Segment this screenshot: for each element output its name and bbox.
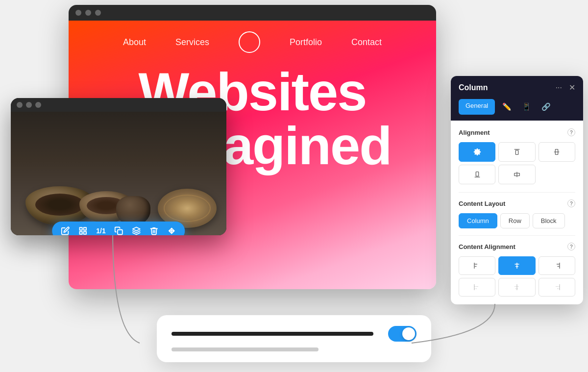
content-align-bc[interactable] bbox=[498, 278, 535, 297]
panel-header: Column ··· ✕ bbox=[451, 76, 583, 99]
toggle-panel bbox=[157, 315, 431, 362]
content-align-tl[interactable] bbox=[459, 256, 495, 275]
tab-style-icon[interactable]: ✏️ bbox=[499, 99, 514, 115]
img-dot-3 bbox=[35, 102, 41, 108]
browser-dot-2 bbox=[85, 10, 91, 16]
divider-2 bbox=[459, 235, 575, 236]
toolbar-edit-icon[interactable] bbox=[61, 226, 70, 235]
panel-title: Column bbox=[459, 83, 488, 92]
content-layout-label: Content Layout ? bbox=[459, 199, 575, 207]
content-layout-section: Content Layout ? Column Row Block bbox=[459, 199, 575, 228]
align-btn-bottom[interactable] bbox=[459, 165, 495, 184]
site-nav: About Services Portfolio Contact bbox=[69, 21, 436, 64]
content-layout-help[interactable]: ? bbox=[567, 199, 575, 207]
tab-responsive-icon[interactable]: 📱 bbox=[518, 99, 534, 115]
small-pot bbox=[116, 196, 150, 225]
content-alignment-label: Content Alignment ? bbox=[459, 243, 575, 250]
toggle-knob bbox=[402, 327, 415, 340]
svg-rect-13 bbox=[476, 172, 478, 176]
content-align-grid bbox=[459, 256, 575, 297]
alignment-help[interactable]: ? bbox=[567, 128, 575, 136]
content-align-bl[interactable] bbox=[459, 278, 495, 297]
align-btn-top[interactable] bbox=[498, 142, 535, 162]
image-panel: 1/1 bbox=[11, 98, 226, 235]
img-dot-2 bbox=[26, 102, 32, 108]
content-alignment-help[interactable]: ? bbox=[567, 243, 575, 250]
svg-rect-3 bbox=[80, 232, 82, 234]
nav-about[interactable]: About bbox=[123, 37, 146, 48]
svg-rect-4 bbox=[118, 230, 122, 235]
browser-bar bbox=[69, 5, 436, 21]
layout-btn-block[interactable]: Block bbox=[533, 213, 565, 228]
svg-rect-1 bbox=[84, 227, 86, 230]
img-dot-1 bbox=[17, 102, 23, 108]
browser-dot-3 bbox=[95, 10, 101, 16]
toolbar-trash-icon[interactable] bbox=[150, 226, 159, 235]
layout-btn-row[interactable]: Row bbox=[500, 213, 530, 228]
layout-btn-column[interactable]: Column bbox=[459, 213, 497, 228]
toggle-row-main bbox=[172, 326, 416, 342]
nav-portfolio[interactable]: Portfolio bbox=[290, 37, 322, 48]
alignment-grid bbox=[459, 142, 575, 184]
image-toolbar[interactable]: 1/1 bbox=[52, 222, 185, 235]
panel-header-actions: ··· ✕ bbox=[556, 83, 575, 92]
align-btn-center-v[interactable] bbox=[498, 165, 535, 184]
tab-general[interactable]: General bbox=[459, 99, 495, 115]
wood-slice-inner bbox=[164, 195, 211, 222]
nav-contact[interactable]: Contact bbox=[351, 37, 382, 48]
toolbar-move-icon[interactable] bbox=[168, 226, 176, 235]
browser-dot-1 bbox=[75, 10, 81, 16]
panel-close-icon[interactable]: ✕ bbox=[569, 83, 575, 92]
panel-more-icon[interactable]: ··· bbox=[556, 83, 562, 92]
toolbar-page-badge: 1/1 bbox=[96, 227, 105, 235]
toolbar-layers-icon[interactable] bbox=[132, 226, 141, 235]
image-browser-bar bbox=[11, 98, 226, 112]
panel-body: Alignment ? bbox=[451, 121, 583, 304]
image-content bbox=[11, 112, 226, 235]
svg-rect-2 bbox=[84, 232, 86, 234]
alignment-label: Alignment ? bbox=[459, 128, 575, 136]
toolbar-copy-icon[interactable] bbox=[115, 226, 123, 235]
content-align-tr[interactable] bbox=[539, 256, 575, 275]
bowl-inner-large bbox=[35, 194, 84, 216]
panel-tabs: General ✏️ 📱 🔗 bbox=[451, 99, 583, 121]
nav-services[interactable]: Services bbox=[175, 37, 209, 48]
toggle-switch[interactable] bbox=[388, 326, 416, 342]
content-align-tc[interactable] bbox=[498, 256, 535, 275]
content-align-br[interactable] bbox=[539, 278, 575, 297]
toggle-sub-bar bbox=[172, 347, 318, 351]
svg-rect-0 bbox=[80, 227, 82, 230]
align-btn-gear[interactable] bbox=[459, 142, 495, 162]
nav-logo bbox=[239, 31, 260, 53]
svg-marker-5 bbox=[133, 227, 140, 231]
tab-link-icon[interactable]: 🔗 bbox=[538, 99, 554, 115]
bowl-scene bbox=[11, 112, 226, 235]
svg-rect-10 bbox=[515, 150, 518, 155]
divider-1 bbox=[459, 192, 575, 193]
toggle-label-bar bbox=[172, 332, 373, 336]
toolbar-layout-icon[interactable] bbox=[78, 226, 87, 235]
align-btn-center-h[interactable] bbox=[539, 142, 575, 162]
column-panel: Column ··· ✕ General ✏️ 📱 🔗 Alignment ? bbox=[451, 76, 583, 304]
layout-buttons: Column Row Block bbox=[459, 213, 575, 228]
